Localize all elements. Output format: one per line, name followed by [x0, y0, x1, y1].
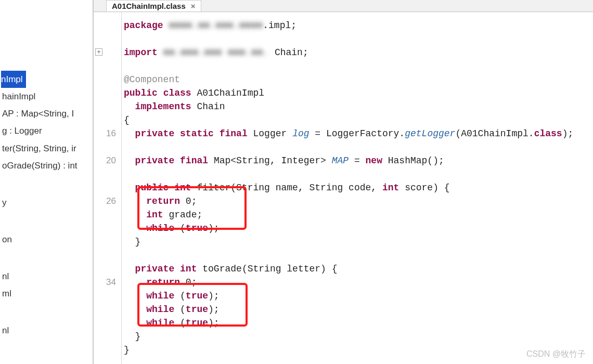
- sidebar-item[interactable]: ter(String, String, ir: [1, 140, 92, 157]
- sidebar-item[interactable]: ml: [1, 285, 92, 302]
- sidebar-item[interactable]: nl: [1, 322, 92, 339]
- sidebar-item[interactable]: nl: [1, 268, 92, 285]
- line-gutter: + 16 20 26 34: [94, 12, 122, 364]
- sidebar-item[interactable]: on: [1, 231, 92, 248]
- sidebar-item[interactable]: AP : Map<String, I: [1, 105, 92, 122]
- watermark: CSDN @牧竹子: [526, 349, 586, 360]
- sidebar-item[interactable]: hainImpl: [1, 88, 92, 105]
- sidebar-item[interactable]: g : Logger: [1, 122, 92, 139]
- editor-tab[interactable]: A01ChainImpl.class ×: [106, 0, 201, 11]
- sidebar-item-selected[interactable]: nImpl: [1, 71, 26, 88]
- expand-icon[interactable]: +: [95, 48, 102, 56]
- editor-tabbar: A01ChainImpl.class ×: [94, 0, 593, 12]
- sidebar-item[interactable]: oGrade(String) : int: [1, 157, 92, 174]
- outline-sidebar: nImpl hainImpl AP : Map<String, I g : Lo…: [0, 0, 94, 364]
- code-area[interactable]: package ■■■■.■■.■■■.■■■■.impl; import ■■…: [122, 12, 593, 364]
- close-icon[interactable]: ×: [191, 2, 196, 10]
- code-editor[interactable]: + 16 20 26 34: [94, 12, 593, 364]
- tab-title: A01ChainImpl.class: [112, 2, 186, 10]
- sidebar-item[interactable]: y: [1, 194, 92, 211]
